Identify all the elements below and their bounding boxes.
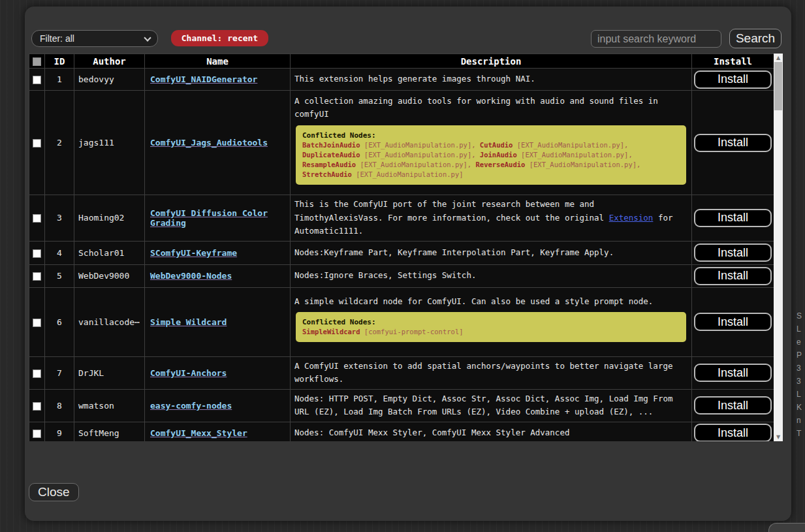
- header-name: Name: [145, 54, 291, 69]
- header-author: Author: [74, 54, 145, 69]
- node-description: Nodes:Keyframe Part, Keyframe Interpolat…: [291, 241, 692, 264]
- node-author: Scholar01: [74, 241, 145, 264]
- search-input[interactable]: [591, 30, 721, 48]
- conflict-title: Conflicted Nodes:: [302, 317, 680, 327]
- node-id: 1: [45, 69, 74, 91]
- select-all-checkbox[interactable]: [33, 57, 41, 66]
- node-name-link[interactable]: SComfyUI-Keyframe: [150, 248, 237, 258]
- node-author: DrJKL: [74, 356, 145, 389]
- table-row: 7 DrJKL ComfyUI-Anchors A ComfyUI extens…: [29, 356, 774, 389]
- install-button[interactable]: Install: [694, 313, 772, 331]
- node-id: 5: [45, 264, 74, 287]
- node-name-link[interactable]: ComfyUI-Anchors: [150, 368, 227, 378]
- row-checkbox[interactable]: [33, 214, 41, 223]
- row-checkbox[interactable]: [33, 430, 41, 438]
- row-checkbox[interactable]: [33, 76, 41, 84]
- node-author: SoftMeng: [74, 422, 145, 441]
- install-button[interactable]: Install: [694, 396, 772, 415]
- background-menu-fragment: S L e P 3 3 L K n T: [797, 309, 805, 440]
- table-row: 6 vanillacode⋯ Simple Wildcard A simple …: [29, 287, 774, 356]
- extension-link[interactable]: Extension: [609, 213, 654, 223]
- install-button[interactable]: Install: [694, 209, 772, 227]
- table-row: 4 Scholar01 SComfyUI-Keyframe Nodes:Keyf…: [29, 241, 774, 264]
- node-description: Nodes:Ignore Braces, Settings Switch.: [291, 264, 692, 287]
- node-author: WebDev9000: [74, 264, 145, 287]
- node-id: 8: [45, 389, 74, 422]
- custom-nodes-table-wrap: ID Author Name Description Install 1 bed…: [29, 54, 783, 441]
- row-checkbox[interactable]: [33, 249, 41, 258]
- conflict-items: SimpleWildcard [comfyui-prompt-control]: [302, 327, 680, 337]
- node-description: A collection amazing audio tools for wor…: [291, 91, 692, 195]
- channel-button[interactable]: Channel: recent: [171, 30, 268, 46]
- node-author: wmatson: [74, 389, 145, 422]
- node-author: bedovyy: [74, 69, 145, 91]
- row-checkbox[interactable]: [33, 319, 41, 327]
- table-row: 8 wmatson easy-comfy-nodes Nodes: HTTP P…: [29, 389, 774, 422]
- header-description: Description: [291, 54, 692, 69]
- install-button[interactable]: Install: [694, 424, 772, 441]
- node-author: Haoming02: [74, 195, 145, 242]
- close-button[interactable]: Close: [29, 483, 79, 501]
- node-id: 9: [45, 422, 74, 441]
- scrollbar-thumb[interactable]: [774, 62, 782, 110]
- description-text: A collection amazing audio tools for wor…: [294, 95, 687, 121]
- table-row: 2 jags111 ComfyUI_Jags_Audiotools A coll…: [29, 91, 774, 195]
- node-author: vanillacode⋯: [74, 287, 145, 356]
- node-description: A ComfyUI extension to add spatial ancho…: [291, 356, 692, 389]
- row-checkbox[interactable]: [33, 402, 41, 411]
- node-id: 7: [45, 356, 74, 389]
- header-install: Install: [692, 54, 774, 69]
- install-button[interactable]: Install: [694, 134, 772, 152]
- scroll-down-arrow-icon[interactable]: ▼: [774, 433, 783, 441]
- table-scrollbar[interactable]: ▲ ▼: [774, 54, 783, 441]
- node-id: 2: [45, 91, 74, 195]
- scroll-up-arrow-icon[interactable]: ▲: [774, 54, 783, 62]
- node-description: Nodes: ComfyUI Mexx Styler, ComfyUI Mexx…: [291, 422, 692, 441]
- description-text: A simple wildcard node for ComfyUI. Can …: [294, 295, 687, 309]
- node-name-link[interactable]: easy-comfy-nodes: [150, 401, 232, 411]
- node-description: A simple wildcard node for ComfyUI. Can …: [291, 287, 692, 356]
- node-author: jags111: [74, 91, 145, 195]
- node-id: 3: [45, 195, 74, 242]
- node-description: This extension helps generate images thr…: [291, 69, 692, 91]
- row-checkbox[interactable]: [33, 369, 41, 378]
- conflict-title: Conflicted Nodes:: [302, 131, 680, 140]
- conflicted-nodes-warning: Conflicted Nodes: BatchJoinAudio [EXT_Au…: [296, 125, 686, 185]
- conflicted-nodes-warning: Conflicted Nodes: SimpleWildcard [comfyu…: [296, 312, 686, 342]
- conflict-items: BatchJoinAudio [EXT_AudioManipulation.py…: [302, 140, 680, 180]
- row-checkbox[interactable]: [33, 272, 41, 281]
- node-name-link[interactable]: ComfyUI Diffusion Color Grading: [150, 208, 268, 228]
- header-checkbox-cell: [29, 54, 45, 69]
- table-row: 5 WebDev9000 WebDev9000-Nodes Nodes:Igno…: [29, 264, 774, 287]
- node-name-link[interactable]: ComfyUI_NAIDGenerator: [150, 74, 257, 84]
- node-description: Nodes: HTTP POST, Empty Dict, Assoc Str,…: [291, 389, 692, 422]
- install-button[interactable]: Install: [694, 243, 772, 262]
- table-row: 3 Haoming02 ComfyUI Diffusion Color Grad…: [29, 195, 774, 242]
- table-row: 1 bedovyy ComfyUI_NAIDGenerator This ext…: [29, 69, 774, 91]
- install-button[interactable]: Install: [694, 364, 772, 382]
- filter-dropdown-wrap: Filter: all: [31, 30, 158, 47]
- row-checkbox[interactable]: [33, 139, 41, 148]
- search-button[interactable]: Search: [729, 29, 781, 48]
- install-button[interactable]: Install: [694, 70, 772, 89]
- node-name-link[interactable]: Simple Wildcard: [150, 317, 227, 327]
- header-id: ID: [45, 54, 74, 69]
- filter-dropdown[interactable]: Filter: all: [31, 30, 158, 47]
- node-description: This is the ComfyUI port of the joint re…: [291, 195, 692, 242]
- install-custom-nodes-dialog: Filter: all Channel: recent Search ID Au…: [25, 7, 791, 521]
- install-button[interactable]: Install: [694, 267, 772, 285]
- node-name-link[interactable]: ComfyUI_Mexx_Styler: [150, 428, 247, 438]
- background-corner-fragment: [768, 523, 805, 532]
- node-name-link[interactable]: WebDev9000-Nodes: [150, 271, 232, 281]
- node-id: 6: [45, 287, 74, 356]
- custom-nodes-table: ID Author Name Description Install 1 bed…: [29, 54, 774, 441]
- node-id: 4: [45, 241, 74, 264]
- table-row: 9 SoftMeng ComfyUI_Mexx_Styler Nodes: Co…: [29, 422, 774, 441]
- table-header-row: ID Author Name Description Install: [29, 54, 774, 69]
- node-name-link[interactable]: ComfyUI_Jags_Audiotools: [150, 138, 268, 148]
